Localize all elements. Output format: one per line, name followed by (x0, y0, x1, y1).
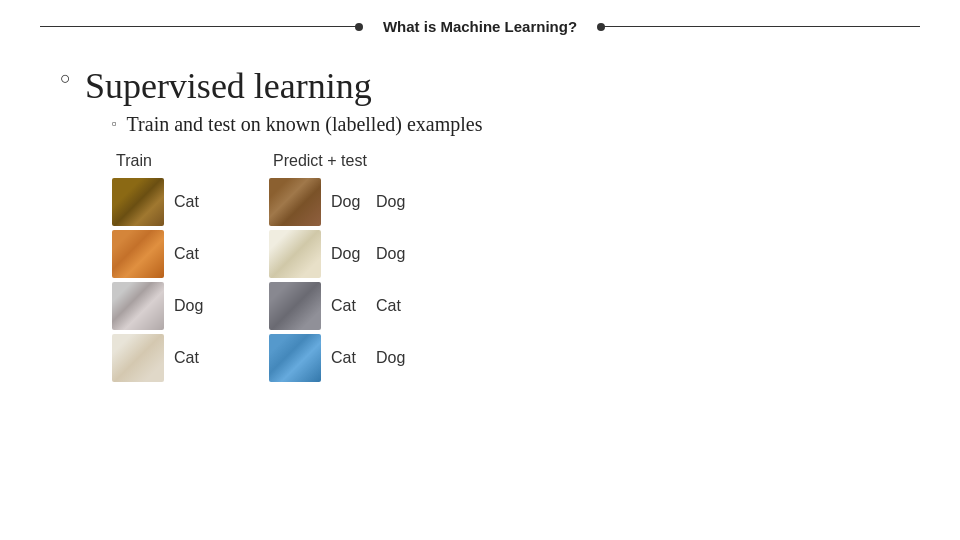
predict-image-2 (269, 230, 321, 278)
slide-title: What is Machine Learning? (359, 18, 601, 35)
sub-heading: Train and test on known (labelled) examp… (127, 113, 483, 136)
predict-result-1: Dog (376, 193, 411, 211)
train-header: Train (112, 152, 209, 170)
square-bullet-icon: ▫ (112, 116, 117, 132)
train-section: Train Cat Cat Dog Cat (112, 152, 209, 382)
header-line-left (40, 26, 359, 27)
predict-label-2: Dog (331, 245, 366, 263)
predict-image-1 (269, 178, 321, 226)
main-heading: Supervised learning (85, 65, 372, 107)
predict-image-4 (269, 334, 321, 382)
table-row: Cat Dog (269, 334, 411, 382)
circle-bullet-icon: ○ (60, 69, 71, 87)
slide-header: What is Machine Learning? (0, 0, 960, 45)
predict-label-1: Dog (331, 193, 366, 211)
predict-result-2: Dog (376, 245, 411, 263)
train-image-4 (112, 334, 164, 382)
sub-bullet: ▫ Train and test on known (labelled) exa… (112, 113, 900, 136)
predict-label-4: Cat (331, 349, 366, 367)
predict-rows: Dog Dog Dog Dog Cat Cat Cat Dog (269, 178, 411, 382)
predict-section: Predict + test Dog Dog Dog Dog Cat Cat (269, 152, 411, 382)
train-image-1 (112, 178, 164, 226)
main-bullet: ○ Supervised learning (60, 65, 900, 107)
table-row: Dog Dog (269, 230, 411, 278)
train-label-1: Cat (174, 193, 209, 211)
tables-area: Train Cat Cat Dog Cat (112, 152, 900, 382)
table-row: Cat (112, 178, 209, 226)
table-row: Dog (112, 282, 209, 330)
predict-header: Predict + test (269, 152, 411, 170)
slide-content: ○ Supervised learning ▫ Train and test o… (0, 45, 960, 382)
predict-image-3 (269, 282, 321, 330)
train-label-2: Cat (174, 245, 209, 263)
train-label-4: Cat (174, 349, 209, 367)
predict-label-3: Cat (331, 297, 366, 315)
train-label-3: Dog (174, 297, 209, 315)
predict-result-4: Dog (376, 349, 411, 367)
train-image-3 (112, 282, 164, 330)
train-image-2 (112, 230, 164, 278)
table-row: Cat (112, 334, 209, 382)
predict-result-3: Cat (376, 297, 411, 315)
header-line-right (601, 26, 920, 27)
table-row: Dog Dog (269, 178, 411, 226)
train-rows: Cat Cat Dog Cat (112, 178, 209, 382)
table-row: Cat (112, 230, 209, 278)
table-row: Cat Cat (269, 282, 411, 330)
